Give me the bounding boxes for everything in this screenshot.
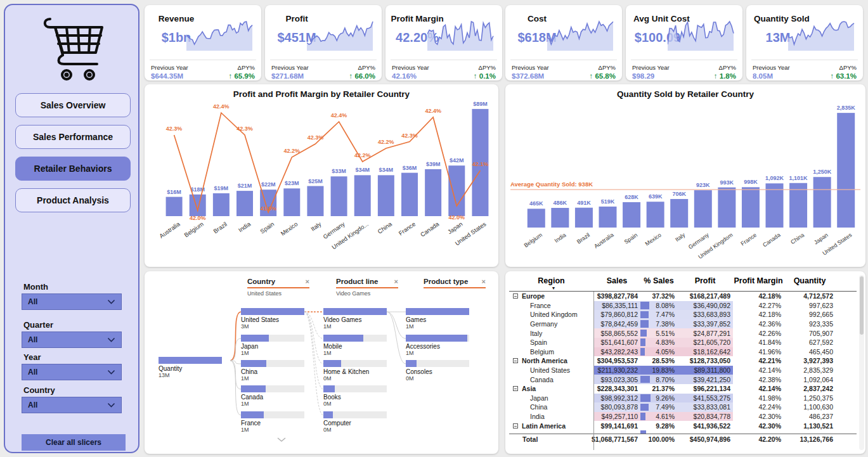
tree-node-accessories[interactable]: Accessories1M [406, 335, 469, 356]
bar-india[interactable] [551, 208, 569, 228]
table-cell-pct-sales: 7.49% [640, 402, 677, 412]
bar-china[interactable] [378, 175, 394, 216]
profit-margin-chart-card: Profit and Profit Margin by Retailer Cou… [145, 84, 498, 267]
delta-py-value: ↑ 65.8% [589, 72, 616, 80]
tree-node-computer[interactable]: Computer0M [323, 411, 387, 433]
table-row-unitedstates[interactable]: United States$211,930,23219.83%$89,311,8… [509, 366, 857, 375]
close-icon[interactable]: × [306, 278, 309, 285]
tree-node-france[interactable]: France1M [241, 411, 304, 433]
table-row-germany[interactable]: Germany$78,842,4597.38%$33,397,85242.36%… [509, 319, 857, 329]
table-row-unitedkingdom[interactable]: United Kingdom$79,860,8127.47%$33,683,89… [509, 310, 857, 319]
scrollbar-thumb[interactable] [860, 276, 864, 335]
close-icon[interactable]: × [394, 278, 398, 285]
slicer-dropdown-country[interactable]: All [22, 397, 122, 413]
bar-germany[interactable] [331, 176, 347, 216]
bar-japan[interactable] [813, 177, 831, 228]
tree-node-china[interactable]: China1M [241, 360, 304, 382]
nav-button-sales-overview[interactable]: Sales Overview [15, 93, 131, 117]
column-separator [593, 292, 594, 450]
bar-germany[interactable] [694, 190, 712, 228]
table-row-india[interactable]: India$49,257,1104.61%$20,834,77842.30%48… [509, 412, 857, 422]
x-axis-label: Italy [674, 231, 687, 243]
table-header-sales[interactable]: Sales [593, 276, 640, 285]
tree-node-japan[interactable]: Japan1M [241, 335, 304, 356]
nav-button-product-analysis[interactable]: Product Analysis [15, 188, 131, 212]
collapse-icon[interactable] [513, 358, 518, 363]
tree-node-videogames[interactable]: Video Games1M [323, 308, 387, 330]
nav-button-sales-performance[interactable]: Sales Performance [15, 125, 131, 149]
tree-node-value: 1M [241, 375, 304, 382]
bar-unitedkingdo[interactable] [354, 175, 371, 216]
table-row-china[interactable]: China$80,093,8787.49%$33,833,08142.24%1,… [509, 402, 857, 412]
table-header-profit[interactable]: Profit [677, 276, 733, 285]
table-header-profitmargin[interactable]: Profit Margin [733, 276, 784, 285]
bar-italy[interactable] [670, 199, 688, 228]
collapse-icon[interactable] [513, 293, 518, 299]
bar-australia[interactable] [166, 197, 183, 216]
slicer-dropdown-year[interactable]: All [22, 364, 122, 380]
bar-brazil[interactable] [213, 193, 230, 216]
bar-value-label: 1,092K [765, 175, 784, 181]
previous-year-label: Previous Year [271, 64, 309, 71]
tree-root-node[interactable]: Quantity13M [159, 357, 222, 378]
tree-node-mobile[interactable]: Mobile1M [323, 335, 387, 356]
sort-descending-icon[interactable]: ▼ [552, 286, 556, 290]
table-cell-region: United States [509, 366, 593, 375]
previous-year-value: $98.29 [632, 72, 654, 80]
bar-unitedkingdom[interactable] [718, 188, 735, 228]
table-row-belgium[interactable]: Belgium$43,282,2434.05%$18,162,64241.96%… [509, 347, 857, 357]
table-row-europe[interactable]: Europe$398,827,78437.32%$168,217,48942.1… [509, 292, 857, 301]
tree-node-canada[interactable]: Canada1M [241, 385, 304, 407]
slicer-dropdown-quarter[interactable]: All [22, 331, 122, 348]
nav-button-retailer-behaviors[interactable]: Retailer Behaviors [15, 157, 131, 181]
bar-australia[interactable] [599, 207, 617, 228]
table-row-spain[interactable]: Spain$51,641,6074.83%$21,605,72041.84%62… [509, 338, 857, 347]
bar-france[interactable] [401, 173, 418, 216]
expand-more-icon[interactable] [276, 434, 287, 445]
kpi-card-revenue: Revenue$1bnPrevious YearΔPY%$644.35M↑ 65… [145, 5, 261, 80]
table-row-italy[interactable]: Italy$58,865,5525.51%$24,877,29142.26%70… [509, 328, 857, 338]
tree-node-homekitchen[interactable]: Home & Kitchen0M [323, 360, 387, 382]
table-row-france[interactable]: France$86,335,1118.08%$36,490,09242.27%9… [509, 301, 857, 311]
bar-value-label: 628K [625, 194, 638, 200]
tree-node-games[interactable]: Games1M [406, 308, 469, 330]
bar-mexico[interactable] [283, 188, 300, 216]
table-header-region[interactable]: Region▼ [509, 276, 593, 285]
x-axis-label: Brazil [576, 231, 591, 245]
table-cell-margin: 42.24% [733, 402, 784, 412]
clear-all-slicers-button[interactable]: Clear all slicers [22, 434, 126, 451]
table-row-canada[interactable]: Canada$93,023,3058.70%$39,421,25042.38%1… [509, 375, 857, 384]
bar-belgium[interactable] [528, 209, 545, 228]
slicer-dropdown-month[interactable]: All [22, 293, 122, 310]
bar-india[interactable] [236, 191, 253, 216]
table-header-sales[interactable]: % Sales [640, 276, 677, 285]
table-cell-profit: $18,162,642 [677, 347, 733, 357]
bar-brazil[interactable] [575, 208, 593, 228]
close-icon[interactable]: × [482, 278, 486, 285]
bar-belgium[interactable] [190, 195, 206, 216]
table-row-northamerica[interactable]: North America$304,953,53728.53%$128,733,… [509, 356, 857, 366]
table-row-total[interactable]: Total$1,068,771,567100.00%$450,974,89642… [509, 434, 857, 444]
pct-sales-bar [640, 404, 649, 411]
table-row-japan[interactable]: Japan$98,992,3129.26%$41,553,27541.98%1,… [509, 394, 857, 403]
tree-node-bar [323, 385, 387, 392]
x-axis-label: Belgium [183, 221, 204, 239]
table-header-quantity[interactable]: Quantity [784, 276, 836, 285]
bar-unitedstates[interactable] [837, 113, 855, 228]
collapse-icon[interactable] [513, 423, 518, 428]
bar-france[interactable] [742, 187, 760, 228]
collapse-icon[interactable] [513, 386, 518, 391]
table-row-latinamerica[interactable]: Latin America$99,141,6919.28%$41,936,522… [509, 421, 857, 430]
scrollbar[interactable] [859, 275, 864, 450]
tree-node-value: 0M [323, 401, 387, 407]
line-value-label: 42.0% [449, 214, 465, 221]
bar-canada[interactable] [425, 169, 441, 216]
tree-node-consoles[interactable]: Consoles0M [406, 360, 469, 382]
bar-mexico[interactable] [647, 202, 664, 228]
bar-italy[interactable] [307, 186, 323, 217]
bar-spain[interactable] [623, 202, 640, 228]
tree-node-unitedstates[interactable]: United States3M [241, 308, 304, 330]
tree-node-books[interactable]: Books0M [323, 385, 387, 407]
bar-japan[interactable] [448, 165, 465, 216]
table-row-asia[interactable]: Asia$228,343,30121.37%$96,221,13442.14%2… [509, 384, 857, 394]
